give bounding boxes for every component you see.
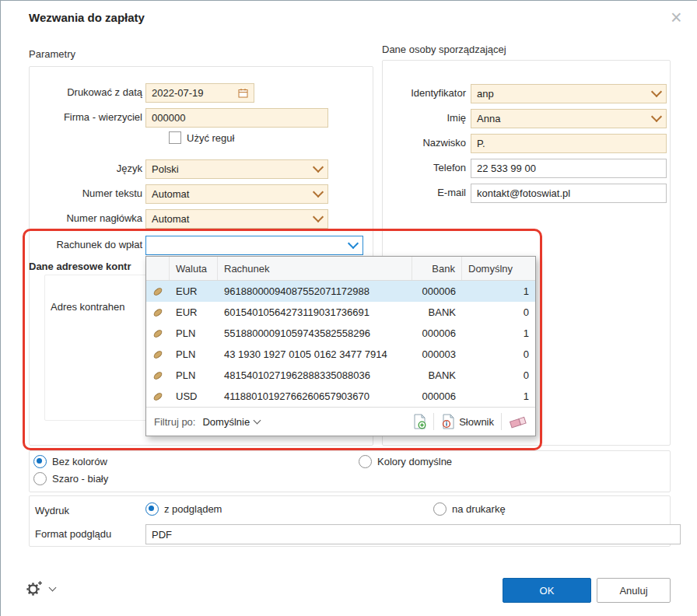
- clear-filter-button[interactable]: [509, 415, 527, 429]
- language-value: Polski: [152, 163, 179, 175]
- account-bank: 000006: [412, 285, 462, 297]
- first-name-select[interactable]: Anna: [471, 109, 667, 128]
- account-row[interactable]: PLN 43 1930 1927 0105 0162 3477 7914 000…: [146, 344, 535, 365]
- phone-value: 22 533 99 00: [477, 163, 536, 174]
- identifier-value: anp: [477, 88, 494, 100]
- header-number-select[interactable]: Automat: [145, 209, 328, 229]
- chevron-down-icon: [651, 111, 662, 122]
- radio-circle: [33, 472, 47, 485]
- account-row[interactable]: EUR 60154010564273119031736691 BANK 0: [146, 302, 535, 323]
- radio-z-podgladem[interactable]: z podglądem: [145, 502, 222, 516]
- account-tag-icon: [146, 286, 170, 297]
- calendar-icon[interactable]: [238, 88, 248, 98]
- account-row[interactable]: EUR 96188000094087552071172988 000006 1: [146, 281, 535, 302]
- chevron-down-icon: [313, 187, 324, 198]
- chevron-down-icon: [313, 212, 324, 222]
- add-document-icon: [412, 414, 426, 429]
- dialog-title: Wezwania do zapłaty: [29, 11, 145, 24]
- wydruk-label: Wydruk: [35, 502, 69, 520]
- use-rules-checkbox[interactable]: [169, 131, 181, 144]
- account-default-flag: 1: [462, 390, 535, 402]
- account-currency: EUR: [170, 285, 218, 297]
- filter-by-label: Filtruj po:: [154, 416, 195, 428]
- radio-label: Bez kolorów: [52, 456, 107, 468]
- payment-demand-dialog: Wezwania do zapłaty × Parametry Dane oso…: [0, 0, 697, 616]
- account-row[interactable]: PLN 55188000091059743582558296 000006 1: [146, 323, 535, 344]
- settings-button[interactable]: [24, 579, 55, 598]
- icon-column-header: [146, 257, 170, 280]
- slownik-button[interactable]: Słownik: [441, 414, 494, 429]
- last-name-value: P.: [477, 138, 485, 149]
- use-rules-option[interactable]: Użyć reguł: [169, 131, 234, 144]
- ok-button[interactable]: OK: [503, 578, 591, 603]
- account-default-flag: 1: [462, 327, 535, 339]
- radio-label: na drukarkę: [452, 503, 506, 516]
- account-row[interactable]: USD 41188010192766260657903670 000006 1: [146, 386, 535, 407]
- add-account-button[interactable]: [412, 414, 426, 429]
- radio-label: z podglądem: [164, 503, 222, 516]
- identifier-label: Identyfikator: [374, 84, 466, 102]
- creditor-label: Firma - wierzyciel: [29, 108, 142, 126]
- header-number-value: Automat: [152, 213, 189, 225]
- account-row[interactable]: PLN 48154010271962888335088036 BANK 0: [146, 365, 535, 386]
- account-label: Rachunek do wpłat: [29, 236, 142, 254]
- account-currency: USD: [170, 390, 218, 402]
- identifier-select[interactable]: anp: [471, 84, 667, 103]
- use-rules-label: Użyć reguł: [187, 132, 234, 144]
- radio-circle: [33, 455, 47, 468]
- cancel-button[interactable]: Anuluj: [597, 578, 671, 603]
- column-header-domyslny[interactable]: Domyślny: [462, 257, 535, 280]
- format-select[interactable]: PDF: [145, 524, 681, 544]
- filter-value: Domyślnie: [202, 416, 250, 428]
- creditor-field[interactable]: 000000: [145, 108, 328, 128]
- account-bank: 000006: [412, 390, 462, 402]
- footer-divider: [501, 413, 502, 430]
- column-header-rachunek[interactable]: Rachunek: [218, 257, 412, 280]
- first-name-label: Imię: [374, 109, 466, 127]
- print-date-field[interactable]: 2022-07-19: [145, 83, 254, 103]
- account-combobox[interactable]: [145, 236, 363, 255]
- column-header-waluta[interactable]: Waluta: [170, 257, 218, 280]
- first-name-value: Anna: [477, 113, 500, 124]
- text-number-label: Numer tekstu: [29, 184, 142, 202]
- account-rows: EUR 96188000094087552071172988 000006 1 …: [146, 281, 535, 407]
- account-default-flag: 0: [462, 348, 535, 360]
- column-header-bank[interactable]: Bank: [412, 257, 462, 280]
- radio-circle: [359, 455, 372, 468]
- header-number-label: Numer nagłówka: [29, 209, 142, 227]
- account-number: 96188000094087552071172988: [218, 285, 412, 297]
- phone-label: Telefon: [374, 159, 466, 177]
- footer-divider: [433, 413, 434, 430]
- filter-select[interactable]: Domyślnie: [202, 416, 260, 428]
- account-tag-icon: [146, 307, 170, 318]
- account-dropdown-popup: Waluta Rachunek Bank Domyślny EUR 961880…: [145, 256, 536, 436]
- format-label: Format podglądu: [35, 525, 111, 543]
- account-tag-icon: [146, 349, 170, 360]
- eraser-icon: [509, 415, 527, 429]
- dane-osoby-section-title: Dane osoby sporządzającej: [382, 44, 506, 55]
- account-bank: 000003: [412, 348, 462, 360]
- radio-bez-kolorow[interactable]: Bez kolorów: [33, 455, 107, 468]
- radio-na-drukarke[interactable]: na drukarkę: [433, 502, 506, 516]
- email-field[interactable]: kontakt@fotoswiat.pl: [471, 184, 667, 203]
- account-number: 55188000091059743582558296: [218, 327, 412, 339]
- last-name-field[interactable]: P.: [471, 134, 667, 153]
- account-default-flag: 0: [462, 306, 535, 318]
- chevron-down-icon: [49, 584, 57, 592]
- account-default-flag: 1: [462, 285, 535, 297]
- phone-field[interactable]: 22 533 99 00: [471, 159, 667, 178]
- language-label: Język: [29, 159, 142, 177]
- email-label: E-mail: [374, 184, 466, 201]
- account-number: 48154010271962888335088036: [218, 369, 412, 381]
- chevron-down-icon: [651, 86, 662, 97]
- close-icon[interactable]: ×: [671, 8, 682, 26]
- account-currency: PLN: [170, 348, 218, 360]
- text-number-select[interactable]: Automat: [145, 184, 328, 204]
- radio-kolory-domyslne[interactable]: Kolory domyślne: [359, 455, 452, 468]
- creditor-value: 000000: [152, 112, 185, 124]
- print-date-value: 2022-07-19: [152, 87, 204, 99]
- radio-szaro-bialy[interactable]: Szaro - biały: [33, 472, 108, 485]
- address-section-title: Dane adresowe kontr: [29, 257, 131, 275]
- language-select[interactable]: Polski: [145, 159, 328, 179]
- account-number: 43 1930 1927 0105 0162 3477 7914: [218, 348, 412, 360]
